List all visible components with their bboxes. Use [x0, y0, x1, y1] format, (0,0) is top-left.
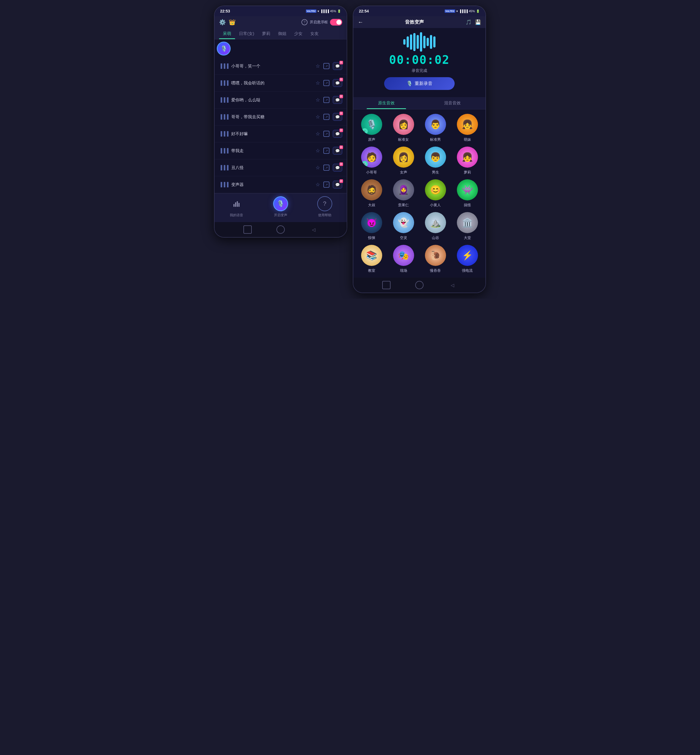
effect-item-16[interactable]: 📚 教室 — [358, 245, 385, 273]
wave-bar-5 — [420, 32, 422, 52]
home-btn-right[interactable] — [415, 281, 423, 289]
effect-item-6[interactable]: 👦 男生 — [422, 147, 449, 175]
rec-complete-label: 录音完成 — [412, 68, 427, 73]
effect-item-14[interactable]: ⛰️ 山谷 — [422, 212, 449, 241]
cat-tab-0[interactable]: 呆萌 — [219, 28, 235, 39]
settings-icon[interactable]: ⚙️ — [219, 19, 226, 25]
cat-tab-3[interactable]: 御姐 — [274, 28, 290, 39]
effect-icon-6: 👦 — [430, 152, 441, 163]
wave-bar-1 — [406, 36, 409, 47]
back-btn-right[interactable]: ◁ — [448, 281, 456, 289]
my-voice-icon — [229, 196, 244, 211]
share-icon-5[interactable]: ↗ — [323, 148, 330, 154]
floating-mic-button[interactable]: 🎙️ — [217, 42, 231, 56]
voice-item-7[interactable]: ▐▐▐ 变声器 ☆ ↗ 💬 — [214, 176, 347, 193]
share-icon-7[interactable]: ↗ — [323, 181, 330, 188]
rerecord-button[interactable]: 🎙️ 重新录音 — [384, 77, 455, 90]
effect-item-4[interactable]: 🧑 🎙️ 小哥哥 — [358, 147, 385, 175]
recent-apps-btn-right[interactable] — [382, 281, 391, 289]
effect-item-5[interactable]: 👩 女声 — [390, 147, 417, 175]
effect-item-9[interactable]: 🧕 歪果仁 — [390, 179, 417, 208]
effect-item-2[interactable]: 👨 标准男 — [422, 114, 449, 142]
voice-name-3: 哥哥，带我去买糖 — [231, 114, 313, 120]
svg-rect-2 — [237, 201, 238, 207]
star-icon-6[interactable]: ☆ — [316, 165, 320, 171]
voice-item-1[interactable]: ▐▐▐ 嘿嘿，我会听话的 ☆ ↗ 💬 — [214, 75, 347, 92]
voice-actions-6: ☆ ↗ 💬 — [316, 164, 342, 172]
star-icon-2[interactable]: ☆ — [316, 97, 320, 103]
crown-icon[interactable]: 👑 — [229, 19, 236, 25]
float-frame-toggle[interactable] — [330, 19, 342, 25]
share-icon-4[interactable]: ↗ — [323, 131, 330, 137]
share-icon-6[interactable]: ↗ — [323, 165, 330, 171]
effect-item-15[interactable]: 🏛️ 大堂 — [453, 212, 481, 241]
cat-tab-5[interactable]: 女友 — [306, 28, 322, 39]
nav-voice-change[interactable]: 🎙️ 开启变声 — [273, 196, 288, 217]
star-icon-3[interactable]: ☆ — [316, 114, 320, 120]
effect-item-1[interactable]: 👩 标准女 — [390, 114, 417, 142]
star-icon-0[interactable]: ☆ — [316, 63, 320, 69]
voice-item-2[interactable]: ▐▐▐ 爱你哟，么么哒 ☆ ↗ 💬 — [214, 92, 347, 108]
effect-tab-1[interactable]: 混音音效 — [419, 97, 486, 109]
effect-label-5: 女声 — [400, 170, 407, 175]
effect-item-3[interactable]: 👧 萌妹 — [453, 114, 481, 142]
effect-item-17[interactable]: 🎭 现场 — [390, 245, 417, 273]
voice-item-4[interactable]: ▐▐▐ 好不好嘛 ☆ ↗ 💬 — [214, 125, 347, 142]
share-icon-2[interactable]: ↗ — [323, 97, 330, 103]
effect-avatar-15: 🏛️ — [457, 212, 478, 233]
share-icon-1[interactable]: ↗ — [323, 80, 330, 86]
voice-item-3[interactable]: ▐▐▐ 哥哥，带我去买糖 ☆ ↗ 💬 — [214, 108, 347, 125]
effect-item-8[interactable]: 🧔 大叔 — [358, 179, 385, 208]
effect-item-0[interactable]: 🎙️ ✓ 原声 — [358, 114, 385, 142]
back-button[interactable]: ← — [358, 19, 363, 25]
voice-name-2: 爱你哟，么么哒 — [231, 97, 313, 103]
share-icon-0[interactable]: ↗ — [323, 63, 330, 69]
star-icon-5[interactable]: ☆ — [316, 148, 320, 154]
effect-icon-19: ⚡ — [462, 250, 473, 261]
effect-avatar-3: 👧 — [457, 114, 478, 135]
effect-avatar-5: 👩 — [393, 147, 414, 168]
effect-label-0: 原声 — [368, 137, 375, 142]
star-icon-7[interactable]: ☆ — [316, 181, 320, 188]
effect-item-19[interactable]: ⚡ 强电流 — [453, 245, 481, 273]
effect-item-7[interactable]: 👧 萝莉 — [453, 147, 481, 175]
cat-tab-1[interactable]: 日常(女) — [235, 28, 258, 39]
nav-my-voice[interactable]: 我的语音 — [229, 196, 244, 217]
help-nav-icon: ? — [317, 196, 332, 211]
effect-tab-0[interactable]: 原生音效 — [353, 97, 419, 109]
effect-item-11[interactable]: 👾 搞怪 — [453, 179, 481, 208]
wifi-icon-right: ▾ — [456, 9, 458, 13]
voice-item-6[interactable]: ▐▐▐ 丑八怪 ☆ ↗ 💬 — [214, 159, 347, 176]
chat-icon-0: 💬 — [335, 64, 340, 68]
help-icon[interactable]: ? — [302, 19, 308, 25]
effect-item-18[interactable]: 🐌 慢吞吞 — [422, 245, 449, 273]
new-badge-2: 💬 — [333, 96, 342, 104]
effect-item-13[interactable]: 👻 空灵 — [390, 212, 417, 241]
volte-badge-right: VoLTE2 — [445, 9, 455, 13]
cat-tab-4[interactable]: 少女 — [290, 28, 306, 39]
voice-item-5[interactable]: ▐▐▐ 带我走 ☆ ↗ 💬 — [214, 142, 347, 159]
effect-avatar-10: 😊 — [425, 179, 446, 200]
star-icon-1[interactable]: ☆ — [316, 80, 320, 86]
effect-avatar-18: 🐌 — [425, 245, 446, 266]
effect-item-10[interactable]: 😊 小黄人 — [422, 179, 449, 208]
save-icon[interactable]: 💾 — [475, 19, 481, 25]
share-icon-3[interactable]: ↗ — [323, 114, 330, 120]
wave-bar-6 — [423, 36, 425, 48]
nav-help[interactable]: ? 使用帮助 — [317, 196, 332, 217]
wifi-icon-left: ▾ — [317, 9, 319, 13]
selected-badge-0: ✓ — [362, 128, 368, 134]
back-btn-left[interactable]: ◁ — [309, 225, 318, 234]
new-badge-4: 💬 — [333, 130, 342, 138]
music-note-icon[interactable]: 🎵 — [466, 19, 472, 25]
effect-item-12[interactable]: 😈 惊悚 — [358, 212, 385, 241]
effect-avatar-14: ⛰️ — [425, 212, 446, 233]
effect-tabs: 原生音效 混音音效 — [353, 97, 486, 109]
recent-apps-btn-left[interactable] — [244, 225, 252, 234]
wave-bar-7 — [427, 38, 429, 46]
status-bar-left: 22:53 VoLTE2 ▾ ▐▐▐▐ 45% 🔋 — [214, 6, 347, 16]
star-icon-4[interactable]: ☆ — [316, 131, 320, 137]
home-btn-left[interactable] — [277, 225, 285, 234]
voice-item-0[interactable]: ▐▐▐ 小哥哥，笑一个 ☆ ↗ 💬 — [214, 58, 347, 75]
cat-tab-2[interactable]: 萝莉 — [258, 28, 274, 39]
